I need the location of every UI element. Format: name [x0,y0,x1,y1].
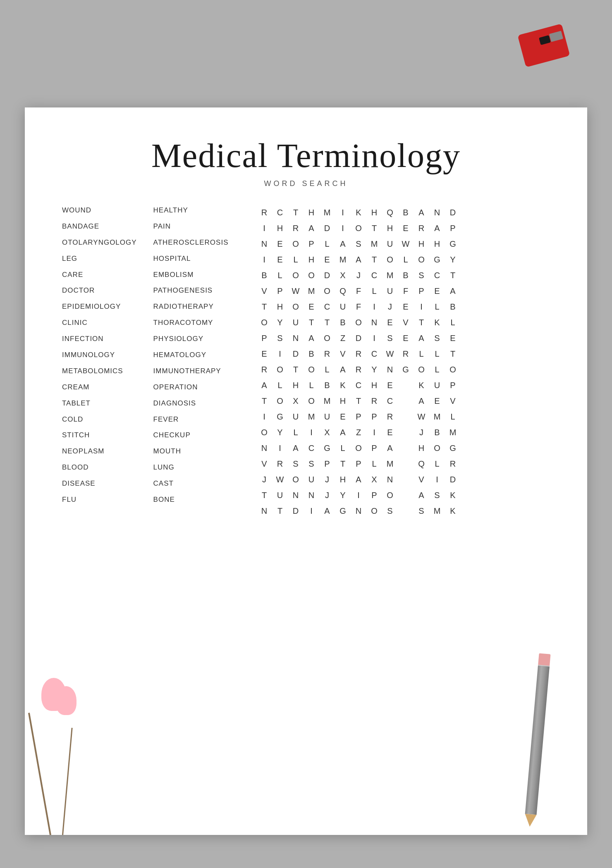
grid-cell: U [272,487,288,503]
grid-cell: K [429,315,445,330]
grid-cell: W [414,409,429,424]
grid-cell: X [366,472,382,487]
grid-cell: B [398,267,414,283]
grid-cell: P [351,409,366,424]
grid-cell: N [366,315,382,330]
grid-cell: Y [445,252,461,267]
word-item: FEVER [153,414,229,426]
grid-cell: P [319,456,335,472]
grid-row: ALHLBKCHEKUP [256,377,461,393]
grid-cell: Y [366,362,382,377]
grid-row: RCTHMIKHQBAND [256,205,461,220]
grid-cell: K [335,377,351,393]
grid-cell: L [414,346,429,362]
grid-cell: X [319,424,335,440]
grid-cell: Z [335,330,351,346]
grid-cell: S [414,503,429,519]
sharpener-decoration [521,21,571,70]
grid-cell: A [335,236,351,252]
grid-cell: A [351,252,366,267]
grid-cell: L [429,299,445,315]
grid-cell: E [382,424,398,440]
grid-cell: N [256,503,272,519]
grid-cell: I [256,252,272,267]
grid-cell: F [351,283,366,299]
grid-cell: W [382,346,398,362]
grid-cell: T [288,205,304,220]
grid-cell: E [445,330,461,346]
grid-cell: I [272,346,288,362]
grid-cell: B [256,267,272,283]
grid-cell: L [445,315,461,330]
grid-cell: D [319,267,335,283]
grid-cell: T [304,315,319,330]
grid-cell: Y [272,315,288,330]
grid-cell: A [414,393,429,409]
grid-row: EIDBRVRCWRLLT [256,346,461,362]
grid-cell: I [304,424,319,440]
grid-cell: A [335,362,351,377]
grid-cell: P [366,440,382,456]
word-item: BONE [153,494,229,506]
grid-cell: T [256,299,272,315]
grid-cell: M [304,283,319,299]
grid-cell: R [256,205,272,220]
word-item: HOSPITAL [153,253,229,265]
grid-row: IELHEMATOLOGY [256,252,461,267]
grid-cell: R [319,346,335,362]
word-item: TABLET [62,398,137,410]
word-item: CLINIC [62,317,137,329]
grid-row: TUNNJYIPOASK [256,487,461,503]
grid-cell: L [272,377,288,393]
word-item: ATHEROSCLEROSIS [153,237,229,249]
grid-cell: O [304,267,319,283]
grid-cell: U [288,315,304,330]
grid-cell: T [351,393,366,409]
word-item: WOUND [62,205,137,217]
grid-cell: G [335,503,351,519]
grid-cell: O [319,283,335,299]
grid-cell: N [288,487,304,503]
grid-cell: H [414,236,429,252]
grid-cell: H [272,220,288,236]
grid-cell: P [304,236,319,252]
grid-cell: U [304,472,319,487]
grid-cell: E [335,409,351,424]
grid-cell: G [445,236,461,252]
grid-cell: O [256,315,272,330]
grid-cell: D [351,330,366,346]
grid-cell: A [445,283,461,299]
grid-cell: W [272,472,288,487]
grid-cell: V [414,472,429,487]
grid-cell: T [366,252,382,267]
grid-cell: T [445,346,461,362]
grid-cell: O [272,362,288,377]
grid-cell: V [445,393,461,409]
grid-cell: N [351,503,366,519]
grid-cell: M [319,205,335,220]
grid-cell: V [256,456,272,472]
grid-row: PSNAOZDISEASE [256,330,461,346]
grid-cell [398,424,414,440]
grid-cell: A [382,440,398,456]
grid-cell: O [288,236,304,252]
grid-cell: P [366,487,382,503]
word-search-grid: RCTHMIKHQBANDIHRADIOTHERAPNEOPLASMUWHHGI… [256,205,461,519]
grid-cell: U [382,283,398,299]
grid-cell: D [288,346,304,362]
word-item: METABOLOMICS [62,365,137,377]
word-column-2: HEALTHYPAINATHEROSCLEROSISHOSPITALEMBOLI… [153,205,229,506]
grid-cell: L [288,424,304,440]
grid-cell: U [382,236,398,252]
grid-cell: S [429,330,445,346]
word-item: PHYSIOLOGY [153,333,229,345]
grid-container: RCTHMIKHQBANDIHRADIOTHERAPNEOPLASMUWHHGI… [256,205,550,519]
word-item: STITCH [62,429,137,441]
grid-cell: N [256,236,272,252]
grid-cell: O [288,267,304,283]
grid-cell: G [272,409,288,424]
word-item: LUNG [153,462,229,474]
word-column-1: WOUNDBANDAGEOTOLARYNGOLOGYLEGCAREDOCTORE… [62,205,137,506]
grid-cell: Q [382,205,398,220]
grid-row: IGUMUEPPRWML [256,409,461,424]
